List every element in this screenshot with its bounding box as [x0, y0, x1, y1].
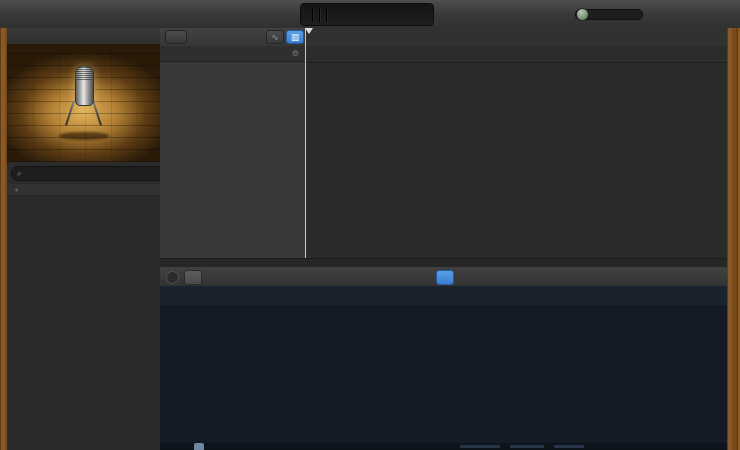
timeline-area	[305, 28, 727, 267]
bar-ruler[interactable]	[305, 28, 727, 47]
library-category-header[interactable]: ▾	[7, 184, 160, 196]
search-input[interactable]	[25, 168, 160, 179]
playhead-handle[interactable]	[305, 28, 313, 34]
eq-readout	[460, 445, 500, 448]
eq-readout	[554, 445, 584, 448]
library-title	[7, 28, 160, 45]
desktop-background-left	[0, 28, 7, 450]
eq-tab[interactable]	[436, 270, 454, 285]
track-column-toolbar: ∿ ▥	[160, 28, 305, 47]
track-header-column: ∿ ▥ ⚙	[160, 28, 306, 267]
library-panel: ⌕ ▾	[7, 28, 161, 450]
master-volume-knob[interactable]	[576, 8, 589, 21]
eq-band-buttons	[160, 286, 727, 307]
library-search-field[interactable]: ⌕	[11, 166, 166, 181]
automation-button[interactable]: ∿	[266, 30, 284, 44]
arrangement-track-header[interactable]: ⚙	[160, 46, 305, 62]
smart-controls-panel	[160, 267, 727, 450]
eq-footer-strip	[160, 443, 727, 450]
controls-tab[interactable]	[390, 270, 406, 283]
instrument-preview-image	[7, 44, 160, 162]
playhead[interactable]	[305, 28, 306, 258]
garageband-window: ⌕ ▾ ∿ ▥ ⚙	[0, 0, 740, 450]
master-volume-slider[interactable]	[575, 9, 643, 20]
track-lanes	[305, 62, 727, 258]
info-button[interactable]	[166, 271, 179, 284]
smart-controls-header	[160, 267, 727, 287]
add-track-button[interactable]	[165, 30, 187, 44]
eq-frequency-display[interactable]	[160, 306, 727, 443]
eq-readout	[510, 445, 544, 448]
desktop-background-right	[727, 28, 740, 450]
track-display-toggle-button[interactable]: ▥	[286, 30, 304, 44]
compare-button[interactable]	[238, 270, 254, 283]
search-icon: ⌕	[17, 169, 22, 178]
toolbar	[0, 0, 740, 29]
microphone-grill	[75, 66, 92, 80]
disclosure-icon: ▾	[15, 187, 18, 193]
master-tab[interactable]	[184, 270, 202, 285]
mic-shadow	[59, 132, 109, 140]
gear-icon[interactable]: ⚙	[292, 46, 299, 62]
analyzer-button[interactable]	[194, 443, 204, 450]
arrangement-marker-row	[305, 46, 727, 63]
lcd-display[interactable]	[300, 3, 434, 26]
